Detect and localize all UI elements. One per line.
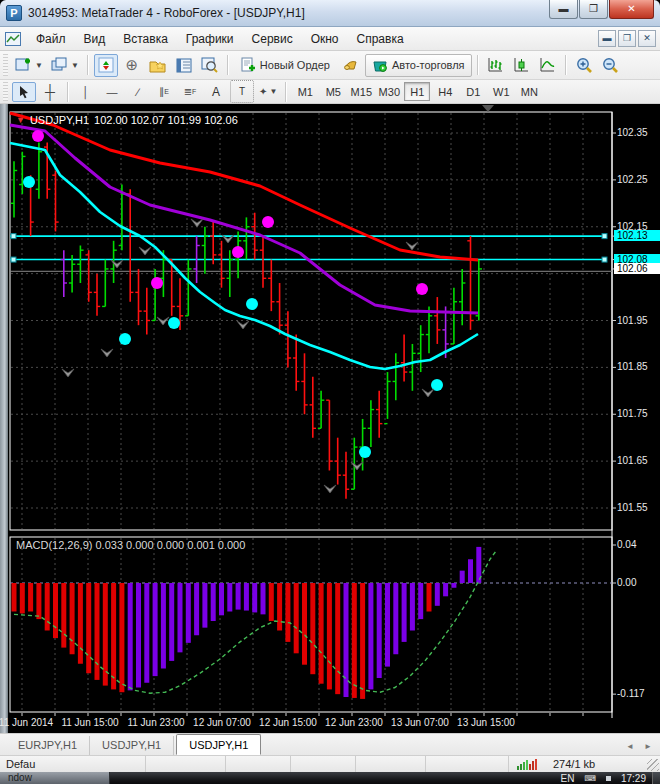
status-separator (355, 756, 356, 772)
macd-histogram-bar (327, 583, 332, 689)
time-axis-label: 13 Jun 07:00 (391, 717, 449, 728)
macd-histogram-bar (294, 583, 299, 653)
macd-histogram-bar (219, 583, 224, 615)
time-axis-label: 12 Jun 15:00 (259, 717, 317, 728)
macd-histogram-bar (12, 583, 17, 612)
macd-histogram-bar (410, 583, 415, 631)
macd-histogram-bar (111, 583, 116, 689)
down-arrow-marker-icon (101, 349, 113, 357)
macd-histogram-bar (136, 583, 141, 688)
status-separator (145, 756, 146, 772)
chart-symbol: USDJPY,H1 (30, 114, 89, 126)
show-desktop-button[interactable] (652, 772, 660, 784)
macd-histogram-bar (194, 583, 199, 635)
price-scale-label: 102.35 (617, 127, 660, 138)
cyan-signal-dot (359, 446, 371, 458)
chart-tab-bar: EURJPY,H1USDJPY,H1USDJPY,H1 ◄ ► (0, 733, 660, 755)
down-arrow-marker-icon (191, 219, 203, 227)
symbol-dropdown-icon[interactable]: ▼ (16, 115, 25, 125)
down-arrow-marker-icon (139, 247, 151, 255)
macd-histogram-bar (103, 583, 108, 686)
status-separator (225, 756, 226, 772)
time-axis-label: 12 Jun 07:00 (193, 717, 251, 728)
macd-histogram-bar (302, 583, 307, 665)
macd-histogram-bar (402, 583, 407, 642)
macd-histogram-bar (269, 583, 274, 621)
macd-histogram-bar (28, 583, 33, 612)
macd-histogram-bar (435, 583, 440, 606)
macd-histogram-bar (393, 583, 398, 654)
macd-histogram-bar (202, 583, 207, 628)
status-profile-label: Defau (6, 758, 35, 770)
price-scale-label: 101.65 (617, 455, 660, 466)
macd-histogram-bar (144, 583, 149, 683)
time-axis-label: 13 Jun 15:00 (457, 717, 515, 728)
macd-histogram-bar (211, 583, 216, 621)
macd-histogram-bar (227, 583, 232, 612)
macd-histogram-bar (95, 583, 100, 680)
macd-histogram-bar (385, 583, 390, 667)
macd-scale-label: 0.04 (617, 539, 660, 550)
macd-histogram-bar (128, 583, 133, 690)
cyan-signal-dot (23, 176, 35, 188)
resize-grip[interactable] (647, 759, 659, 771)
macd-histogram-bar (261, 583, 266, 614)
down-arrow-marker-icon (406, 242, 418, 250)
status-separator (508, 756, 509, 772)
current-price-tag: 102.06 (614, 263, 660, 274)
hline-handle[interactable] (11, 234, 16, 239)
macd-histogram-bar (119, 583, 124, 692)
time-axis-label: 11 Jun 23:00 (127, 717, 184, 728)
ma-red-line (10, 113, 478, 260)
macd-histogram-bar (161, 583, 166, 669)
chart-tab-3[interactable]: USDJPY,H1 (176, 734, 261, 755)
chart-ohlc-header[interactable]: ▼ USDJPY,H1 102.00 102.07 101.99 102.06 (16, 114, 238, 126)
macd-scale-label: 0.00 (617, 577, 660, 588)
magenta-signal-dot (416, 283, 428, 295)
language-indicator[interactable]: EN (561, 773, 575, 784)
hline-handle[interactable] (602, 234, 607, 239)
macd-histogram-bar (468, 559, 473, 583)
connection-status-icon (517, 759, 537, 770)
macd-histogram-bar (236, 583, 241, 610)
macd-histogram-bar (153, 583, 158, 676)
magenta-signal-dot (262, 216, 274, 228)
level-price-tag: 102.13 (614, 230, 660, 241)
price-scale-label: 102.25 (617, 174, 660, 185)
ma-purple-line (10, 125, 478, 313)
price-scale-label: 101.85 (617, 361, 660, 372)
macd-scale-label: -0.117 (617, 688, 660, 699)
macd-histogram-bar (360, 583, 365, 699)
price-scale-label: 101.55 (617, 502, 660, 513)
tab-scroll-arrows[interactable]: ◄ ► (626, 742, 656, 751)
macd-histogram-bar (70, 583, 75, 654)
status-bar: Defau 274/1 kb (0, 755, 660, 772)
cyan-signal-dot (119, 333, 131, 345)
macd-histogram-bar (319, 583, 324, 684)
macd-histogram-bar (443, 583, 448, 596)
magenta-signal-dot (232, 246, 244, 258)
chart-tab-2[interactable]: USDJPY,H1 (90, 736, 174, 755)
macd-histogram-bar (244, 583, 249, 611)
down-arrow-marker-icon (422, 389, 434, 397)
cyan-signal-dot (168, 317, 180, 329)
cyan-signal-dot (246, 298, 258, 310)
macd-histogram-bar (20, 583, 25, 613)
hline-handle[interactable] (602, 257, 607, 262)
hline-handle[interactable] (11, 257, 16, 262)
macd-histogram-bar (460, 571, 465, 583)
keyboard-icon[interactable]: ⌨ (584, 774, 596, 783)
taskbar-clock[interactable]: 17:29 (621, 773, 646, 784)
down-arrow-marker-icon (351, 462, 363, 470)
macd-histogram-bar (285, 583, 290, 642)
macd-histogram-bar (252, 583, 257, 612)
macd-histogram-bar (53, 583, 58, 638)
magenta-signal-dot (32, 130, 44, 142)
macd-histogram-bar (78, 583, 83, 664)
chart-tab-1[interactable]: EURJPY,H1 (6, 736, 90, 755)
macd-histogram-bar (178, 583, 183, 652)
status-separator (425, 756, 426, 772)
tray-square-icon[interactable] (606, 776, 611, 781)
macd-histogram-bar (352, 583, 357, 698)
taskbar-window-button[interactable]: ndow (0, 772, 110, 784)
